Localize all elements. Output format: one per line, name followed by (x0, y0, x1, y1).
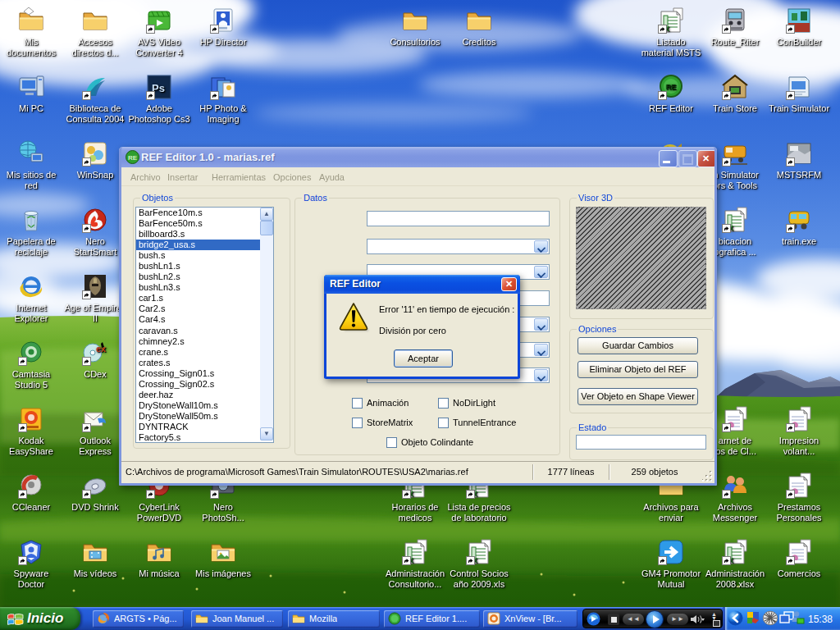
svg-text:RE: RE (666, 83, 677, 91)
